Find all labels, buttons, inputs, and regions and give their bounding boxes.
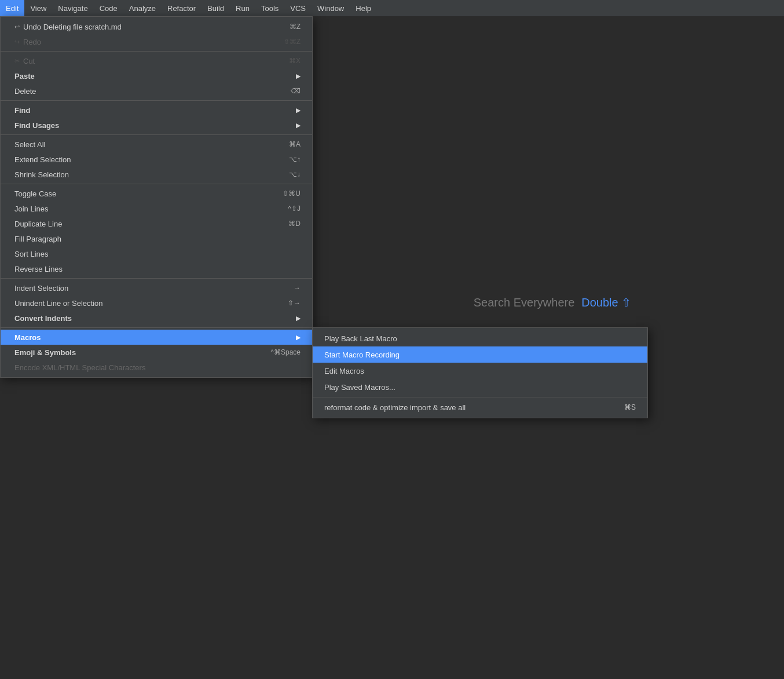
menu-item-indent[interactable]: Indent Selection → — [1, 280, 312, 295]
separator-6 — [1, 327, 312, 328]
submenu-item-edit-macros[interactable]: Edit Macros — [313, 363, 647, 379]
menu-item-encode-xml: Encode XML/HTML Special Characters — [1, 360, 312, 375]
menu-item-sort-lines[interactable]: Sort Lines — [1, 246, 312, 261]
menubar: Edit View Navigate Code Analyze Refactor… — [0, 0, 784, 16]
menu-refactor[interactable]: Refactor — [162, 0, 202, 16]
submenu-item-play-saved[interactable]: Play Saved Macros... — [313, 379, 647, 395]
menu-item-find-usages[interactable]: Find Usages ▶ — [1, 118, 312, 133]
menu-item-convert-indents[interactable]: Convert Indents ▶ — [1, 311, 312, 326]
menu-view[interactable]: View — [24, 0, 52, 16]
menu-vcs[interactable]: VCS — [284, 0, 312, 16]
separator-3 — [1, 134, 312, 135]
menu-item-shrink-selection[interactable]: Shrink Selection ⌥↓ — [1, 167, 312, 182]
submenu-item-reformat[interactable]: reformat code & optimize import & save a… — [313, 399, 647, 415]
menu-code[interactable]: Code — [94, 0, 123, 16]
menu-item-redo: ↪ Redo ⇧⌘Z — [1, 34, 312, 49]
menu-item-reverse-lines[interactable]: Reverse Lines — [1, 261, 312, 276]
menu-window[interactable]: Window — [312, 0, 350, 16]
separator-5 — [1, 278, 312, 279]
menu-item-find[interactable]: Find ▶ — [1, 103, 312, 118]
menu-item-emoji[interactable]: Emoji & Symbols ^⌘Space — [1, 345, 312, 360]
hint-search-everywhere: Search Everywhere Double ⇧ — [474, 295, 631, 309]
menu-item-cut: ✂ Cut ⌘X — [1, 53, 312, 68]
menu-item-join-lines[interactable]: Join Lines ^⇧J — [1, 201, 312, 216]
menu-item-macros[interactable]: Macros ▶ Play Back Last Macro Start Macr… — [1, 330, 312, 345]
menu-item-paste[interactable]: Paste ▶ — [1, 68, 312, 83]
menu-item-undo[interactable]: ↩ Undo Deleting file scratch.md ⌘Z — [1, 19, 312, 34]
submenu-separator — [313, 397, 647, 397]
edit-dropdown-menu: ↩ Undo Deleting file scratch.md ⌘Z ↪ Red… — [0, 16, 313, 378]
menu-item-fill-paragraph[interactable]: Fill Paragraph — [1, 231, 312, 246]
menu-build[interactable]: Build — [202, 0, 230, 16]
macros-submenu: Play Back Last Macro Start Macro Recordi… — [312, 327, 648, 418]
separator-1 — [1, 51, 312, 52]
submenu-item-start-recording[interactable]: Start Macro Recording — [313, 346, 647, 363]
menu-item-unindent[interactable]: Unindent Line or Selection ⇧→ — [1, 295, 312, 311]
separator-2 — [1, 100, 312, 101]
menu-item-delete[interactable]: Delete ⌫ — [1, 83, 312, 98]
menu-analyze[interactable]: Analyze — [123, 0, 162, 16]
menu-item-select-all[interactable]: Select All ⌘A — [1, 137, 312, 152]
menu-tools[interactable]: Tools — [255, 0, 284, 16]
menu-edit[interactable]: Edit — [0, 0, 24, 16]
menu-navigate[interactable]: Navigate — [52, 0, 93, 16]
menu-item-extend-selection[interactable]: Extend Selection ⌥↑ — [1, 152, 312, 167]
menu-item-duplicate-line[interactable]: Duplicate Line ⌘D — [1, 216, 312, 231]
submenu-item-play-back-last[interactable]: Play Back Last Macro — [313, 330, 647, 346]
separator-4 — [1, 184, 312, 184]
menu-item-toggle-case[interactable]: Toggle Case ⇧⌘U — [1, 186, 312, 201]
menu-help[interactable]: Help — [350, 0, 377, 16]
menu-run[interactable]: Run — [230, 0, 255, 16]
